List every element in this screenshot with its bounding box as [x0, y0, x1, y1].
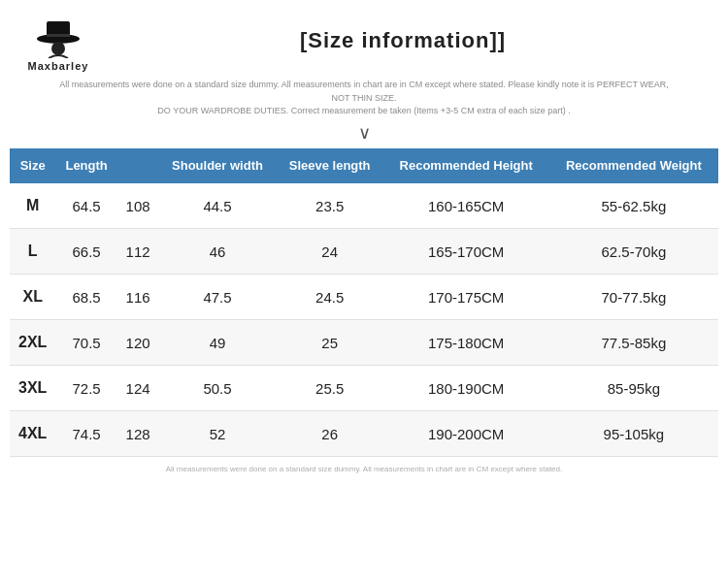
cell-length: 70.5: [55, 320, 116, 366]
footer-note: All measurements were done on a standard…: [0, 457, 728, 478]
footer-note-text: All measurements were done on a standard…: [166, 465, 562, 473]
cell-sleeve: 26: [277, 411, 383, 457]
cell-shoulder: 49: [158, 320, 276, 366]
chevron-icon: ∨: [358, 123, 371, 143]
cell-weight: 85-95kg: [549, 366, 718, 411]
logo-icon: [32, 10, 85, 58]
size-table: Size Length Shoulder width Sleeve length…: [10, 148, 718, 458]
cell-shoulder: 52: [158, 411, 276, 457]
cell-height: 180-190CM: [383, 366, 549, 411]
logo-area: Maxbarley: [19, 10, 97, 72]
cell-chest: 124: [117, 366, 158, 411]
cell-size: 3XL: [10, 366, 55, 411]
table-row: 3XL72.512450.525.5180-190CM85-95kg: [10, 366, 718, 411]
cell-height: 160-165CM: [383, 183, 549, 229]
cell-height: 170-175CM: [383, 275, 549, 320]
cell-size: XL: [10, 275, 55, 320]
cell-shoulder: 50.5: [158, 366, 276, 411]
subtitle-line2: DO YOUR WARDROBE DUTIES. Correct measure…: [58, 105, 670, 118]
svg-point-3: [51, 42, 65, 55]
col-header-shoulder: Shoulder width: [158, 148, 276, 184]
cell-chest: 116: [117, 275, 158, 320]
cell-shoulder: 44.5: [158, 183, 276, 229]
cell-size: 4XL: [10, 411, 55, 457]
cell-shoulder: 46: [158, 229, 276, 275]
table-header-row: Size Length Shoulder width Sleeve length…: [10, 148, 718, 184]
cell-chest: 108: [117, 183, 158, 229]
page-wrapper: Maxbarley [Size information]] All measur…: [0, 0, 728, 583]
cell-size: 2XL: [10, 320, 55, 366]
page-title: [Size information]]: [97, 28, 709, 53]
cell-chest: 120: [117, 320, 158, 366]
cell-height: 175-180CM: [383, 320, 549, 366]
cell-size: M: [10, 183, 55, 229]
header: Maxbarley [Size information]]: [0, 0, 728, 77]
svg-rect-2: [47, 34, 70, 37]
table-row: M64.510844.523.5160-165CM55-62.5kg: [10, 183, 718, 229]
cell-shoulder: 47.5: [158, 275, 276, 320]
subtitle-area: All measurements were done on a standard…: [0, 77, 728, 120]
col-header-sleeve: Sleeve length: [277, 148, 383, 184]
cell-weight: 95-105kg: [549, 411, 718, 457]
table-row: L66.51124624165-170CM62.5-70kg: [10, 229, 718, 275]
cell-sleeve: 24: [277, 229, 383, 275]
cell-length: 64.5: [55, 183, 116, 229]
cell-length: 66.5: [55, 229, 116, 275]
table-row: 2XL70.51204925175-180CM77.5-85kg: [10, 320, 718, 366]
cell-weight: 77.5-85kg: [549, 320, 718, 366]
table-row: XL68.511647.524.5170-175CM70-77.5kg: [10, 275, 718, 320]
cell-chest: 128: [117, 411, 158, 457]
cell-weight: 62.5-70kg: [549, 229, 718, 275]
logo-text: Maxbarley: [28, 60, 89, 72]
cell-size: L: [10, 229, 55, 275]
cell-sleeve: 25: [277, 320, 383, 366]
table-row: 4XL74.51285226190-200CM95-105kg: [10, 411, 718, 457]
cell-sleeve: 25.5: [277, 366, 383, 411]
subtitle-line1: All measurements were done on a standard…: [58, 79, 670, 105]
col-header-size: Size: [10, 148, 55, 184]
cell-sleeve: 23.5: [277, 183, 383, 229]
col-header-chest: [117, 148, 158, 184]
cell-length: 72.5: [55, 366, 116, 411]
chevron-area: ∨: [0, 120, 728, 148]
cell-length: 74.5: [55, 411, 116, 457]
col-header-length: Length: [55, 148, 116, 184]
cell-weight: 70-77.5kg: [549, 275, 718, 320]
cell-length: 68.5: [55, 275, 116, 320]
cell-height: 165-170CM: [383, 229, 549, 275]
cell-sleeve: 24.5: [277, 275, 383, 320]
col-header-weight: Recommended Weight: [549, 148, 718, 184]
cell-weight: 55-62.5kg: [549, 183, 718, 229]
cell-chest: 112: [117, 229, 158, 275]
cell-height: 190-200CM: [383, 411, 549, 457]
col-header-height: Recommended Height: [383, 148, 549, 184]
